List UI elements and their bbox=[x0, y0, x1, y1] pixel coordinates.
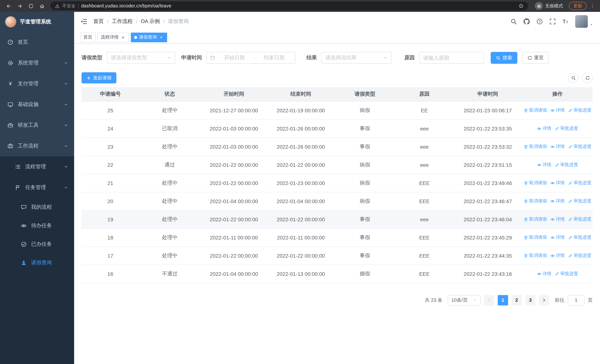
next-page-button[interactable] bbox=[539, 295, 549, 305]
page-1-button[interactable]: 1 bbox=[498, 295, 508, 305]
cell-reason: eee bbox=[396, 156, 453, 174]
prev-page-button[interactable] bbox=[484, 295, 494, 305]
browser-refresh-icon[interactable] bbox=[26, 1, 36, 11]
url-bar[interactable]: 不安全 dashboard.yudao.iocoder.cn/bpm/oa/le… bbox=[50, 1, 528, 10]
progress-action-link[interactable]: 审批进度 bbox=[555, 125, 578, 131]
sidebar-item-label: 我的流程 bbox=[31, 204, 74, 211]
help-icon[interactable]: ? bbox=[536, 18, 543, 25]
cell-start_time: 2022-01-04 00:00:00 bbox=[200, 265, 267, 283]
goto-page-input[interactable] bbox=[568, 295, 584, 305]
sidebar-item-my-process[interactable]: 我的流程 bbox=[0, 198, 74, 216]
app-logo-row[interactable]: 芋道管理系统 bbox=[0, 12, 74, 32]
sidebar-item-payment-mgmt[interactable]: ¥支付管理 bbox=[0, 73, 74, 94]
tab-home[interactable]: 首页 bbox=[80, 32, 96, 42]
progress-action-link[interactable]: 审批进度 bbox=[555, 271, 578, 277]
detail-action-link[interactable]: 详情 bbox=[550, 252, 565, 259]
detail-action-link[interactable]: 详情 bbox=[537, 162, 551, 168]
toggle-search-icon[interactable] bbox=[568, 73, 579, 83]
fullscreen-icon[interactable] bbox=[549, 18, 556, 25]
progress-action-link[interactable]: 审批进度 bbox=[568, 180, 591, 186]
progress-action-link[interactable]: 审批进度 bbox=[568, 198, 591, 204]
toolbox-icon bbox=[7, 122, 13, 128]
breadcrumb-item[interactable]: OA 示例 bbox=[141, 18, 160, 25]
sidebar-item-home[interactable]: 首页 bbox=[0, 32, 74, 53]
detail-action-link[interactable]: 详情 bbox=[550, 143, 565, 150]
search-button[interactable]: 搜索 bbox=[491, 52, 517, 64]
leave-type-select[interactable]: 请选择请假类型 bbox=[107, 52, 175, 64]
svg-text:?: ? bbox=[538, 20, 541, 24]
result-select[interactable]: 请选择流结果 bbox=[321, 52, 392, 64]
detail-action-link[interactable]: 详情 bbox=[550, 198, 565, 204]
breadcrumb-item[interactable]: 工作流程 bbox=[112, 18, 133, 25]
sidebar-item-process-mgmt[interactable]: 流程管理 bbox=[0, 156, 74, 177]
detail-action-link[interactable]: 详情 bbox=[537, 125, 551, 131]
browser-home-icon[interactable] bbox=[37, 1, 47, 11]
tab-process-detail[interactable]: 流程详情× bbox=[97, 32, 129, 42]
progress-action-link[interactable]: 审批进度 bbox=[568, 216, 591, 222]
sidebar-item-system-mgmt[interactable]: 系统管理 bbox=[0, 53, 74, 73]
edit-icon bbox=[555, 271, 559, 276]
leave-type-placeholder: 请选择请假类型 bbox=[111, 55, 165, 61]
apply-time-range-picker[interactable]: 开始日期 - 结束日期 bbox=[206, 52, 295, 64]
browser-menu-icon[interactable] bbox=[589, 1, 596, 11]
cancel-action-link[interactable]: 取消请假 bbox=[524, 180, 547, 186]
cancel-action-link[interactable]: 取消请假 bbox=[524, 107, 547, 113]
cancel-action-link[interactable]: 取消请假 bbox=[524, 216, 547, 222]
reset-button[interactable]: 重置 bbox=[522, 52, 549, 64]
browser-back-icon[interactable] bbox=[4, 1, 13, 11]
reason-input[interactable] bbox=[419, 52, 484, 64]
sidebar-item-task-mgmt[interactable]: 任务管理 bbox=[0, 177, 74, 198]
cell-actions: 取消请假详情审批进度 bbox=[522, 228, 593, 246]
sidebar-item-done-tasks[interactable]: 已办任务 bbox=[0, 235, 74, 253]
detail-action-link[interactable]: 详情 bbox=[550, 234, 565, 241]
sidebar-item-dev-tools[interactable]: 研发工具 bbox=[0, 115, 74, 136]
url-separator bbox=[78, 3, 79, 9]
breadcrumb-separator: / bbox=[107, 19, 109, 24]
cancel-action-link[interactable]: 取消请假 bbox=[524, 252, 547, 259]
breadcrumb-item[interactable]: 首页 bbox=[94, 18, 104, 25]
cancel-action-link[interactable]: 取消请假 bbox=[524, 198, 547, 204]
detail-action-link[interactable]: 详情 bbox=[550, 180, 565, 186]
sidebar-item-todo-tasks[interactable]: 待办任务 bbox=[0, 216, 74, 235]
font-size-icon[interactable]: TT bbox=[562, 18, 569, 25]
breadcrumb: 首页/工作流程/OA 示例/请假查询 bbox=[94, 18, 189, 25]
sidebar-item-workflow[interactable]: 工作流程 bbox=[0, 136, 74, 156]
browser-forward-icon[interactable] bbox=[15, 1, 24, 11]
page-size-select[interactable]: 10条/页 bbox=[448, 295, 481, 305]
progress-action-link[interactable]: 审批进度 bbox=[568, 234, 591, 241]
bookmark-star-icon[interactable] bbox=[518, 3, 524, 9]
sidebar-item-leave-query[interactable]: 请假查询 bbox=[0, 253, 74, 272]
cell-apply_time: 2022-01-22 23:45:29 bbox=[453, 228, 522, 246]
list-icon bbox=[15, 164, 21, 170]
detail-action-link[interactable]: 详情 bbox=[550, 216, 565, 222]
cell-apply_time: 2022-01-23 00:06:17 bbox=[453, 101, 522, 119]
tab-bar: 首页流程详情×请假查询× bbox=[74, 31, 600, 44]
tab-close-icon[interactable]: × bbox=[121, 35, 126, 40]
calendar-icon bbox=[210, 55, 215, 60]
tab-leave-query[interactable]: 请假查询× bbox=[131, 32, 167, 42]
cell-end_time: 2022-01-22 00:00:00 bbox=[267, 210, 334, 228]
update-button[interactable]: 更新 bbox=[569, 2, 587, 10]
github-icon[interactable] bbox=[523, 18, 530, 25]
page-3-button[interactable]: 3 bbox=[525, 295, 535, 305]
user-menu[interactable] bbox=[575, 15, 593, 28]
user-avatar[interactable] bbox=[575, 15, 588, 28]
cancel-action-link[interactable]: 取消请假 bbox=[524, 234, 547, 241]
sidebar-item-infrastructure[interactable]: 基础设施 bbox=[0, 94, 74, 115]
create-leave-button[interactable]: 发起请假 bbox=[82, 72, 116, 84]
page-2-button[interactable]: 2 bbox=[511, 295, 522, 305]
progress-action-link[interactable]: 审批进度 bbox=[568, 143, 591, 150]
detail-action-link[interactable]: 详情 bbox=[550, 107, 565, 113]
progress-action-link[interactable]: 审批进度 bbox=[555, 162, 578, 168]
progress-action-link[interactable]: 审批进度 bbox=[568, 107, 591, 113]
cancel-action-link[interactable]: 取消请假 bbox=[524, 143, 547, 150]
action-label: 取消请假 bbox=[529, 143, 547, 150]
progress-action-link[interactable]: 审批进度 bbox=[568, 252, 591, 259]
header-search-icon[interactable] bbox=[510, 18, 517, 25]
sidebar-toggle-icon[interactable] bbox=[80, 18, 87, 25]
refresh-table-icon[interactable] bbox=[582, 73, 593, 83]
detail-action-link[interactable]: 详情 bbox=[537, 271, 551, 277]
table-row: 21处理中2022-01-22 00:00:002022-01-23 00:00… bbox=[82, 174, 593, 192]
tab-close-icon[interactable]: × bbox=[159, 35, 164, 40]
sidebar-item-label: 请假查询 bbox=[31, 260, 74, 266]
